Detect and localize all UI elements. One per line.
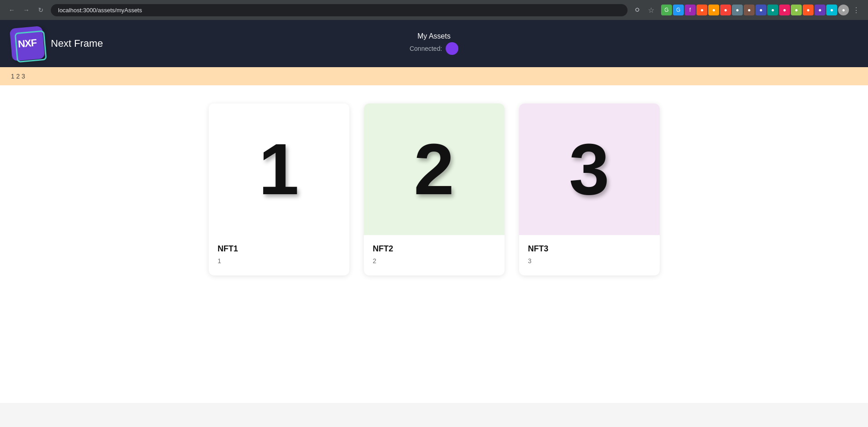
ext-1[interactable]: G xyxy=(661,5,672,15)
ext-10[interactable]: ● xyxy=(767,5,778,15)
url-text: localhost:3000/assets/myAssets xyxy=(58,7,142,14)
connected-label: Connected: xyxy=(410,45,442,52)
nft-image-1: 1 xyxy=(209,103,349,235)
ext-15[interactable]: ● xyxy=(826,5,837,15)
bookmark-icon[interactable]: ☆ xyxy=(645,4,657,16)
logo-box: NXF xyxy=(10,26,45,61)
nft-card-2[interactable]: 2 NFT2 2 xyxy=(364,103,505,275)
ext-9[interactable]: ● xyxy=(755,5,766,15)
nft-number-3: 3 xyxy=(569,133,609,206)
reload-button[interactable]: ↻ xyxy=(34,4,47,16)
nft-id-1: 1 xyxy=(218,257,340,265)
nft-card-1[interactable]: 1 NFT1 1 xyxy=(209,103,349,275)
nav-buttons: ← → ↻ xyxy=(5,4,47,16)
nft-info-3: NFT3 3 xyxy=(519,235,660,275)
browser-actions: ⭘ ☆ xyxy=(631,4,657,16)
share-icon[interactable]: ⭘ xyxy=(631,4,644,16)
breadcrumb-3[interactable]: 3 xyxy=(22,73,25,80)
extension-icons: G G f ● ● ● ● ● ● ● ● ● ● ● ● ● ⋮ xyxy=(661,4,863,16)
nft-info-1: NFT1 1 xyxy=(209,235,349,275)
app-header: NXF Next Frame My Assets Connected: xyxy=(0,20,868,67)
ext-12[interactable]: ● xyxy=(791,5,802,15)
ext-8[interactable]: ● xyxy=(744,5,755,15)
logo-container: NXF Next Frame xyxy=(11,27,103,60)
ext-11[interactable]: ● xyxy=(779,5,790,15)
header-center: My Assets Connected: xyxy=(410,32,459,55)
ext-3[interactable]: f xyxy=(685,5,696,15)
nft-grid: 1 NFT1 1 2 NFT2 2 3 NFT3 3 xyxy=(73,103,795,275)
browser-chrome: ← → ↻ localhost:3000/assets/myAssets ⭘ ☆… xyxy=(0,0,868,20)
ext-4[interactable]: ● xyxy=(696,5,707,15)
breadcrumb-bar: 1 2 3 xyxy=(0,67,868,85)
page-title: My Assets xyxy=(410,32,459,40)
menu-icon[interactable]: ⋮ xyxy=(850,4,863,16)
logo-text: NXF xyxy=(17,37,37,50)
ext-7[interactable]: ● xyxy=(732,5,743,15)
connected-row: Connected: xyxy=(410,42,459,55)
nft-number-1: 1 xyxy=(259,133,299,206)
breadcrumb-1[interactable]: 1 xyxy=(11,73,15,80)
nft-id-3: 3 xyxy=(528,257,651,265)
ext-2[interactable]: G xyxy=(673,5,684,15)
nft-name-2: NFT2 xyxy=(373,244,495,254)
nft-name-1: NFT1 xyxy=(218,244,340,254)
user-avatar[interactable]: ● xyxy=(838,5,849,15)
ext-14[interactable]: ● xyxy=(814,5,825,15)
nft-image-3: 3 xyxy=(519,103,660,235)
ext-13[interactable]: ● xyxy=(803,5,814,15)
nft-number-2: 2 xyxy=(414,133,454,206)
address-bar[interactable]: localhost:3000/assets/myAssets xyxy=(51,4,628,16)
breadcrumb-2[interactable]: 2 xyxy=(16,73,20,80)
main-content: 1 NFT1 1 2 NFT2 2 3 NFT3 3 xyxy=(0,85,868,403)
nft-name-3: NFT3 xyxy=(528,244,651,254)
app-title: Next Frame xyxy=(51,38,103,49)
ext-5[interactable]: ● xyxy=(708,5,719,15)
nft-image-2: 2 xyxy=(364,103,505,235)
nft-info-2: NFT2 2 xyxy=(364,235,505,275)
connected-dot xyxy=(446,42,458,55)
nft-card-3[interactable]: 3 NFT3 3 xyxy=(519,103,660,275)
back-button[interactable]: ← xyxy=(5,4,18,16)
ext-6[interactable]: ● xyxy=(720,5,731,15)
forward-button[interactable]: → xyxy=(20,4,33,16)
nft-id-2: 2 xyxy=(373,257,495,265)
